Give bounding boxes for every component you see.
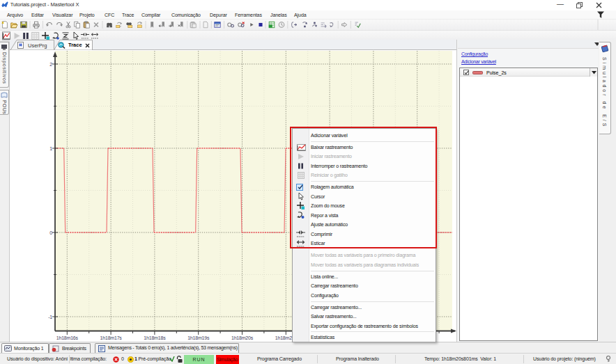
svg-text:1h18m16s: 1h18m16s: [56, 335, 79, 340]
svg-text:-1: -1: [48, 315, 52, 319]
svg-text:1h18m20s: 1h18m20s: [231, 335, 254, 340]
svg-text:1h18m18s: 1h18m18s: [144, 335, 166, 340]
svg-text:1h18m19s: 1h18m19s: [187, 335, 210, 340]
svg-text:1: 1: [49, 146, 52, 151]
svg-text:1h18m17s: 1h18m17s: [100, 335, 123, 340]
svg-text:0: 0: [49, 230, 52, 235]
svg-text:2: 2: [49, 62, 52, 67]
